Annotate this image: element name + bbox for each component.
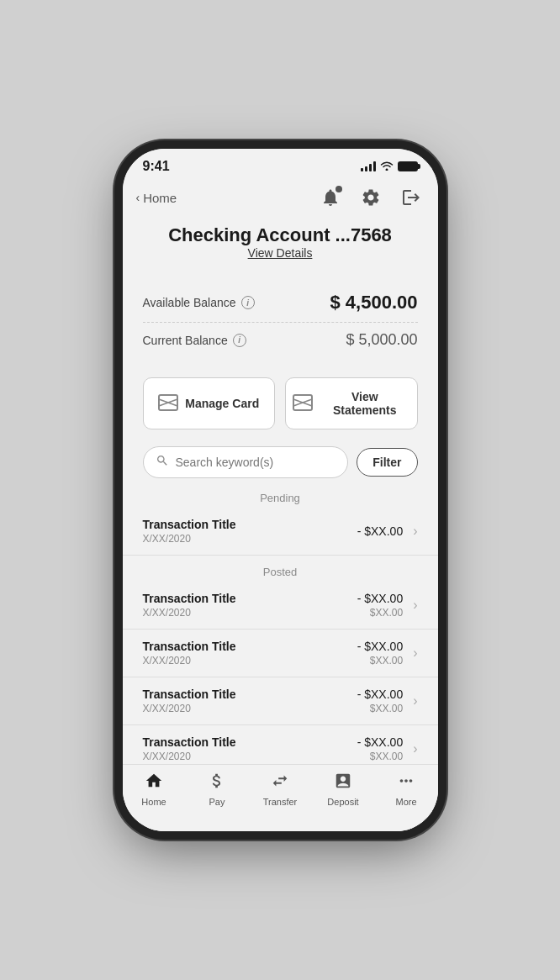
nav-item-transfer-label: Transfer	[263, 797, 298, 807]
nav-item-transfer[interactable]: Transfer	[259, 772, 301, 807]
main-content: Checking Account ...7568 View Details Av…	[123, 218, 438, 831]
tx-balance: $XX.00	[370, 607, 403, 619]
chevron-right-icon: ›	[413, 598, 417, 613]
signal-bars-icon	[361, 161, 376, 171]
notifications-button[interactable]	[317, 184, 344, 211]
posted-transaction-0[interactable]: Transaction Title X/XX/2020 - $XX.00 $XX…	[123, 582, 438, 630]
tx-amount: - $XX.00	[357, 592, 403, 605]
tx-date: X/XX/2020	[143, 655, 236, 667]
back-button[interactable]: ‹ Home	[136, 191, 177, 205]
home-icon	[145, 772, 163, 794]
chevron-right-icon: ›	[413, 693, 417, 709]
nav-item-more-label: More	[395, 797, 416, 807]
available-balance-row: Available Balance i $ 4,500.00	[143, 283, 418, 323]
search-section: Filter	[123, 440, 438, 482]
more-icon	[397, 772, 415, 794]
wifi-icon	[380, 161, 394, 173]
pending-transaction-0[interactable]: Transaction Title X/XX/2020 - $XX.00 ›	[123, 508, 438, 556]
tx-title: Transaction Title	[143, 735, 236, 749]
status-time: 9:41	[143, 159, 170, 174]
search-icon	[156, 454, 169, 471]
notification-dot	[335, 186, 342, 192]
phone-shell: 9:41 ‹ Home	[123, 149, 438, 831]
current-balance-info-icon[interactable]: i	[233, 334, 246, 347]
search-input-wrap[interactable]	[143, 446, 349, 478]
filter-button[interactable]: Filter	[357, 448, 417, 477]
nav-item-pay[interactable]: Pay	[196, 772, 238, 807]
nav-item-deposit-label: Deposit	[327, 797, 358, 807]
current-balance-amount: $ 5,000.00	[346, 331, 417, 349]
view-statements-label: View Statements	[320, 390, 410, 417]
balance-section: Available Balance i $ 4,500.00 Current B…	[123, 273, 438, 367]
available-balance-amount: $ 4,500.00	[330, 292, 418, 313]
pending-section-label: Pending	[123, 482, 438, 508]
manage-card-icon	[158, 394, 178, 414]
bottom-nav: Home Pay Transfer Depos	[123, 764, 438, 831]
manage-card-label: Manage Card	[185, 397, 259, 410]
transfer-icon	[271, 772, 289, 794]
available-balance-info-icon[interactable]: i	[241, 296, 255, 309]
account-title: Checking Account ...7568	[136, 224, 425, 246]
back-label: Home	[143, 191, 177, 205]
available-balance-label: Available Balance i	[143, 296, 255, 309]
view-details-link[interactable]: View Details	[136, 246, 425, 260]
nav-action-icons	[317, 184, 425, 211]
manage-card-button[interactable]: Manage Card	[143, 377, 276, 429]
chevron-right-icon: ›	[413, 524, 417, 539]
deposit-icon	[334, 772, 352, 794]
nav-item-more[interactable]: More	[385, 772, 427, 807]
tx-balance: $XX.00	[370, 703, 403, 714]
tx-title: Transaction Title	[143, 640, 236, 653]
pay-icon	[208, 772, 226, 794]
chevron-right-icon: ›	[413, 645, 417, 661]
tx-title: Transaction Title	[143, 518, 236, 531]
status-bar: 9:41	[123, 149, 438, 177]
settings-button[interactable]	[357, 184, 384, 211]
chevron-right-icon: ›	[413, 741, 417, 756]
logout-button[interactable]	[398, 184, 425, 211]
nav-item-home-label: Home	[141, 797, 166, 807]
tx-amount: - $XX.00	[357, 640, 403, 653]
back-chevron-icon: ‹	[136, 191, 140, 204]
tx-date: X/XX/2020	[143, 703, 236, 714]
tx-amount: - $XX.00	[357, 688, 403, 701]
nav-item-deposit[interactable]: Deposit	[322, 772, 364, 807]
nav-item-home[interactable]: Home	[133, 772, 175, 807]
posted-transaction-2[interactable]: Transaction Title X/XX/2020 - $XX.00 $XX…	[123, 677, 438, 725]
tx-date: X/XX/2020	[143, 751, 236, 762]
tx-title: Transaction Title	[143, 592, 236, 605]
posted-transaction-1[interactable]: Transaction Title X/XX/2020 - $XX.00 $XX…	[123, 630, 438, 677]
view-statements-icon	[293, 394, 313, 414]
tx-title: Transaction Title	[143, 688, 236, 701]
tx-balance: $XX.00	[370, 655, 403, 667]
tx-date: X/XX/2020	[143, 607, 236, 619]
tx-balance: $XX.00	[370, 751, 403, 762]
tx-date: X/XX/2020	[143, 533, 236, 545]
posted-section-label: Posted	[123, 556, 438, 582]
action-buttons: Manage Card View Statements	[123, 367, 438, 440]
tx-amount: - $XX.00	[357, 524, 403, 538]
search-input[interactable]	[176, 456, 336, 469]
current-balance-row: Current Balance i $ 5,000.00	[143, 323, 418, 357]
current-balance-label: Current Balance i	[143, 334, 246, 347]
account-header: Checking Account ...7568 View Details	[123, 218, 438, 273]
view-statements-button[interactable]: View Statements	[285, 377, 418, 429]
status-icons	[361, 161, 418, 173]
nav-bar: ‹ Home	[123, 177, 438, 218]
tx-amount: - $XX.00	[357, 735, 403, 749]
battery-icon	[398, 161, 418, 171]
nav-item-pay-label: Pay	[209, 797, 225, 807]
